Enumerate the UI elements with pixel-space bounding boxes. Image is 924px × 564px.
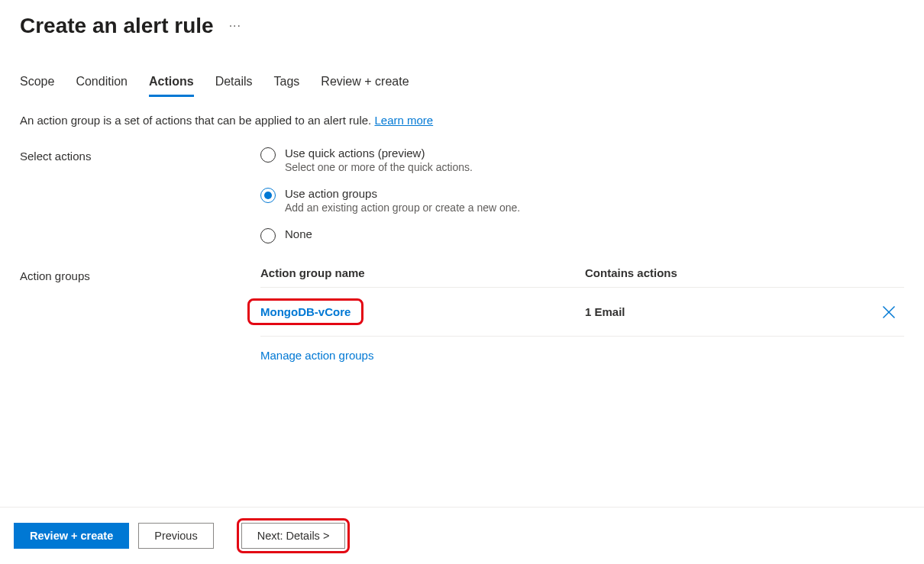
- select-actions-radio-group: Use quick actions (preview) Select one o…: [260, 147, 520, 243]
- radio-quick-label: Use quick actions (preview): [285, 147, 473, 160]
- action-group-link[interactable]: MongoDB-vCore: [260, 305, 351, 318]
- column-header-name: Action group name: [260, 266, 585, 279]
- action-groups-label: Action groups: [20, 266, 260, 282]
- radio-icon: [260, 147, 276, 163]
- review-create-button[interactable]: Review + create: [14, 523, 129, 549]
- description-text: An action group is a set of actions that…: [20, 114, 904, 127]
- action-groups-table-header: Action group name Contains actions: [260, 266, 904, 288]
- description-body: An action group is a set of actions that…: [20, 114, 374, 127]
- radio-quick-actions[interactable]: Use quick actions (preview) Select one o…: [260, 147, 520, 173]
- manage-action-groups-link[interactable]: Manage action groups: [260, 349, 373, 362]
- tab-actions[interactable]: Actions: [149, 75, 194, 97]
- action-group-contains: 1 Email: [585, 305, 874, 318]
- learn-more-link[interactable]: Learn more: [374, 114, 433, 127]
- tab-review[interactable]: Review + create: [321, 75, 409, 97]
- highlight-annotation: MongoDB-vCore: [247, 298, 363, 325]
- tab-condition[interactable]: Condition: [76, 75, 128, 97]
- remove-icon[interactable]: [874, 305, 904, 320]
- radio-action-groups[interactable]: Use action groups Add an existing action…: [260, 187, 520, 214]
- highlight-annotation: Next: Details >: [237, 518, 351, 553]
- select-actions-label: Select actions: [20, 147, 260, 163]
- tab-tags[interactable]: Tags: [274, 75, 300, 97]
- more-icon[interactable]: ···: [229, 19, 241, 33]
- radio-icon: [260, 188, 276, 203]
- radio-groups-sub: Add an existing action group or create a…: [285, 201, 520, 214]
- table-row: MongoDB-vCore 1 Email: [260, 288, 904, 337]
- radio-none[interactable]: None: [260, 227, 520, 243]
- tab-details[interactable]: Details: [215, 75, 253, 97]
- page-title: Create an alert rule: [20, 14, 214, 38]
- tab-scope[interactable]: Scope: [20, 75, 54, 97]
- radio-quick-sub: Select one or more of the quick actions.: [285, 161, 473, 173]
- previous-button[interactable]: Previous: [138, 523, 213, 549]
- radio-icon: [260, 228, 276, 243]
- radio-groups-label: Use action groups: [285, 187, 520, 200]
- next-details-button[interactable]: Next: Details >: [241, 523, 346, 549]
- tab-bar: Scope Condition Actions Details Tags Rev…: [20, 75, 904, 97]
- radio-none-label: None: [285, 227, 312, 240]
- footer-bar: Review + create Previous Next: Details >: [0, 507, 924, 564]
- column-header-contains: Contains actions: [585, 266, 874, 279]
